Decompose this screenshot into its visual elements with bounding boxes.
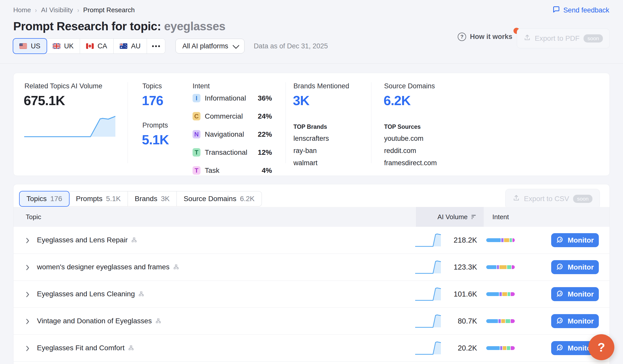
- intent-legend-row: I Informational 36%: [193, 89, 272, 107]
- topic-label: Eyeglasses and Lens Repair: [37, 236, 128, 244]
- tab-label: Source Domains: [184, 195, 236, 203]
- soon-badge: soon: [573, 195, 592, 203]
- tab-count: 5.1K: [106, 195, 121, 203]
- ai-volume-value: 20.2K: [434, 335, 477, 361]
- monitor-button[interactable]: Monitor: [551, 260, 599, 274]
- topic-cell[interactable]: Eyeglasses and Lens Cleaning: [37, 281, 144, 307]
- tab-topics[interactable]: Topics176: [20, 191, 69, 206]
- row-expand-icon[interactable]: [26, 265, 29, 271]
- intent-segment: [499, 292, 502, 296]
- how-it-works-label-wrap: How it works: [470, 33, 512, 41]
- country-tab-au[interactable]: AU: [114, 39, 147, 53]
- tab-prompts[interactable]: Prompts5.1K: [69, 191, 128, 206]
- tab-count: 6.2K: [240, 195, 255, 203]
- data-as-of-label: Data as of Dec 31, 2025: [254, 42, 328, 50]
- intent-segment: [502, 292, 507, 296]
- ca-flag-icon: [86, 43, 94, 49]
- intent-segment: [508, 292, 510, 296]
- results-table-card: Topics176 Prompts5.1K Brands3K Source Do…: [13, 184, 610, 364]
- topic-label: women's designer eyeglasses and frames: [37, 263, 170, 271]
- source-domains-value: 6.2K: [384, 93, 411, 108]
- topic-cluster-icon: [132, 236, 137, 244]
- breadcrumb: Home › AI Visibility › Prompt Research: [13, 6, 135, 14]
- intent-navigational-badge: N: [193, 130, 200, 138]
- brands-mentioned-label: Brands Mentioned: [293, 82, 349, 90]
- intent-legend-row: T Task 4%: [193, 161, 272, 179]
- topic-cluster-icon: [156, 317, 161, 325]
- how-it-works-icon: ?: [458, 33, 466, 41]
- intent-legend-row: N Navigational 22%: [193, 125, 272, 143]
- breadcrumb-home[interactable]: Home: [13, 6, 31, 14]
- table-row: women's designer eyeglasses and frames12…: [13, 254, 610, 281]
- country-tab-label: CA: [98, 42, 107, 50]
- intent-name: Commercial: [205, 112, 243, 120]
- uk-flag-icon: [53, 43, 60, 49]
- monitor-button[interactable]: Monitor: [551, 233, 599, 247]
- topic-cell[interactable]: Eyeglasses and Lens Repair: [37, 227, 137, 253]
- intent-transactional-badge: T: [193, 148, 200, 157]
- topic-label: Eyeglasses Fit and Comfort: [37, 344, 125, 352]
- intent-legend: I Informational 36% C Commercial 24% N N…: [193, 89, 272, 179]
- send-feedback-label: Send feedback: [563, 6, 609, 14]
- how-it-works-button[interactable]: ? How it works: [458, 33, 512, 41]
- top-source-item: youtube.com: [384, 135, 424, 143]
- au-flag-icon: [120, 43, 127, 49]
- related-volume-value: 675.1K: [24, 93, 65, 108]
- row-expand-icon[interactable]: [26, 319, 29, 325]
- country-tab-uk[interactable]: UK: [47, 39, 80, 53]
- row-expand-icon[interactable]: [26, 238, 29, 244]
- send-feedback-button[interactable]: Send feedback: [552, 6, 609, 15]
- topic-label: Eyeglasses and Lens Cleaning: [37, 290, 135, 298]
- top-brand-item: ray-ban: [293, 147, 317, 155]
- top-brands-label: TOP Brands: [293, 123, 327, 130]
- page-title: Prompt Research for topic: eyeglasses: [13, 19, 225, 33]
- intent-segment: [511, 292, 515, 296]
- topic-cell[interactable]: Eyeglasses Fit and Comfort: [37, 335, 133, 361]
- intent-segment: [486, 319, 498, 323]
- topic-label: Vintage and Donation of Eyeglasses: [37, 317, 152, 325]
- monitor-label: Monitor: [568, 290, 594, 298]
- more-countries-button[interactable]: [147, 39, 165, 53]
- intent-pct: 4%: [262, 166, 272, 175]
- prompts-label: Prompts: [142, 121, 168, 129]
- export-to-pdf-button[interactable]: Export to PDF soon: [517, 29, 610, 48]
- breadcrumb-ai-visibility[interactable]: AI Visibility: [41, 6, 73, 14]
- ellipsis-icon: [152, 45, 154, 47]
- topic-cell[interactable]: Vintage and Donation of Eyeglasses: [37, 308, 161, 334]
- column-header-ai-volume[interactable]: AI Volume: [416, 207, 484, 227]
- header-divider: [0, 63, 623, 64]
- upload-icon: [513, 194, 520, 203]
- intent-segment: [506, 319, 510, 323]
- prompts-value: 5.1K: [142, 132, 169, 147]
- related-volume-label: Related Topics AI Volume: [24, 82, 102, 90]
- table-tabs: Topics176 Prompts5.1K Brands3K Source Do…: [20, 191, 262, 206]
- monitor-icon: [556, 236, 564, 244]
- topic-cell[interactable]: women's designer eyeglasses and frames: [37, 254, 179, 280]
- intent-segment: [507, 265, 511, 269]
- topic-cluster-icon: [129, 344, 133, 352]
- intent-legend-row: T Transactional 12%: [193, 143, 272, 161]
- ai-volume-value: 218.2K: [434, 227, 477, 253]
- filters-row: US UK CA AU All AI platforms Data as of …: [13, 39, 328, 53]
- monitor-button[interactable]: Monitor: [551, 287, 599, 301]
- upload-icon: [524, 34, 531, 43]
- page-title-prefix: Prompt Research for topic:: [13, 20, 164, 33]
- country-tab-us[interactable]: US: [13, 39, 47, 53]
- send-feedback-icon: [552, 6, 560, 15]
- page-title-topic: eyeglasses: [164, 20, 225, 33]
- tab-brands[interactable]: Brands3K: [128, 191, 177, 206]
- help-fab-button[interactable]: ?: [588, 334, 614, 360]
- tab-count: 3K: [161, 195, 170, 203]
- row-expand-icon[interactable]: [26, 346, 29, 352]
- ellipsis-icon: [158, 45, 160, 47]
- tab-source-domains[interactable]: Source Domains6.2K: [177, 191, 262, 206]
- source-domains-label: Source Domains: [384, 82, 435, 90]
- ai-platform-dropdown[interactable]: All AI platforms: [175, 39, 245, 53]
- country-tab-ca[interactable]: CA: [80, 39, 114, 53]
- export-to-csv-button[interactable]: Export to CSV soon: [505, 189, 600, 209]
- monitor-button[interactable]: Monitor: [551, 314, 599, 328]
- monitor-icon: [556, 317, 564, 325]
- row-expand-icon[interactable]: [26, 292, 29, 298]
- intent-segment: [501, 319, 505, 323]
- help-fab-icon: ?: [598, 340, 605, 354]
